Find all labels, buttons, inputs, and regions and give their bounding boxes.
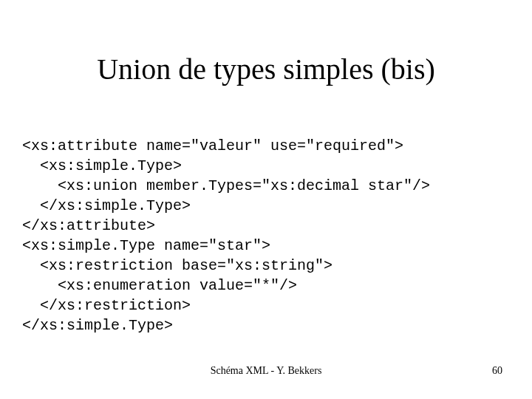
- page-number: 60: [492, 365, 502, 377]
- footer-text: Schéma XML - Y. Bekkers: [0, 365, 532, 377]
- code-line: <xs:enumeration value="*"/>: [22, 277, 297, 294]
- code-line: </xs:attribute>: [22, 217, 155, 234]
- code-line: </xs:restriction>: [22, 297, 191, 314]
- code-line: <xs:simple.Type name="star">: [22, 237, 270, 254]
- code-line: </xs:simple.Type>: [22, 197, 191, 214]
- code-line: <xs:simple.Type>: [22, 157, 182, 174]
- code-line: </xs:simple.Type>: [22, 317, 173, 334]
- code-line: <xs:restriction base="xs:string">: [22, 257, 332, 274]
- code-block: <xs:attribute name="valeur" use="require…: [22, 116, 502, 355]
- code-line: <xs:attribute name="valeur" use="require…: [22, 137, 403, 154]
- slide: Union de types simples (bis) <xs:attribu…: [0, 0, 532, 399]
- code-line: <xs:union member.Types="xs:decimal star"…: [22, 177, 430, 194]
- slide-title: Union de types simples (bis): [30, 52, 502, 86]
